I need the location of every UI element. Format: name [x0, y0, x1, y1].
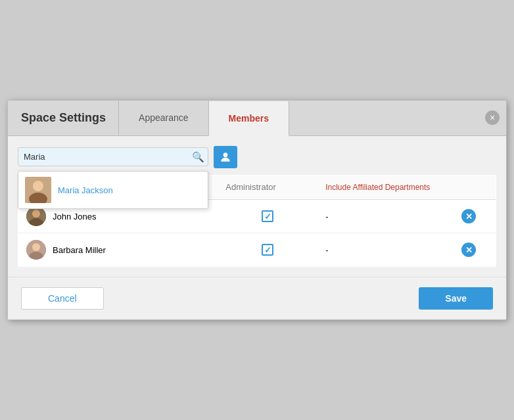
- search-input[interactable]: [18, 147, 208, 166]
- dialog-body: 🔍: [8, 136, 506, 277]
- member-name-john: John Jones: [53, 212, 97, 222]
- avatar-placeholder: [25, 177, 51, 203]
- close-button[interactable]: ×: [485, 110, 500, 125]
- col-header-remove: [454, 175, 496, 200]
- col-header-affiliated: Include Affiliated Departments: [317, 175, 454, 200]
- svg-point-4: [223, 152, 228, 157]
- search-wrapper: 🔍: [18, 147, 208, 166]
- admin-checkbox-john[interactable]: ✓: [218, 200, 317, 233]
- space-settings-dialog: Space Settings Appearance Members × 🔍: [7, 100, 507, 321]
- dialog-header: Space Settings Appearance Members ×: [8, 101, 506, 136]
- search-dropdown: Maria Jackson: [18, 171, 208, 209]
- checkbox-barbara[interactable]: ✓: [262, 244, 273, 256]
- avatar-john-jones: [26, 206, 46, 226]
- search-row: 🔍: [18, 146, 496, 168]
- svg-point-9: [32, 243, 40, 251]
- remove-cell-barbara: ✕: [454, 233, 496, 267]
- member-name-barbara: Barbara Miller: [53, 245, 106, 255]
- tab-appearance[interactable]: Appearance: [118, 101, 209, 135]
- add-person-button[interactable]: [214, 146, 237, 168]
- search-icon: 🔍: [192, 151, 204, 162]
- col-header-administrator: Administrator: [218, 175, 317, 200]
- remove-button-john[interactable]: ✕: [461, 209, 476, 223]
- save-button[interactable]: Save: [419, 287, 493, 310]
- svg-point-6: [32, 210, 40, 218]
- table-row: Barbara Miller ✓ - ✕: [18, 233, 496, 267]
- remove-button-barbara[interactable]: ✕: [461, 243, 476, 257]
- dialog-footer: Cancel Save: [8, 277, 506, 319]
- affiliated-barbara: -: [317, 233, 454, 267]
- dropdown-avatar: [25, 177, 51, 203]
- dropdown-item[interactable]: Maria Jackson: [18, 172, 208, 208]
- tab-members[interactable]: Members: [208, 101, 289, 136]
- search-icon-button[interactable]: 🔍: [192, 151, 204, 163]
- affiliated-john: -: [317, 200, 454, 233]
- member-cell-barbara: Barbara Miller: [18, 233, 218, 267]
- avatar-barbara-miller: [26, 240, 46, 260]
- checkbox-john[interactable]: ✓: [262, 210, 273, 222]
- dropdown-item-name: Maria Jackson: [58, 185, 113, 195]
- svg-point-3: [34, 181, 43, 191]
- remove-cell-john: ✕: [454, 200, 496, 233]
- dialog-title: Space Settings: [8, 101, 119, 135]
- admin-checkbox-barbara[interactable]: ✓: [218, 233, 317, 267]
- cancel-button[interactable]: Cancel: [21, 287, 104, 310]
